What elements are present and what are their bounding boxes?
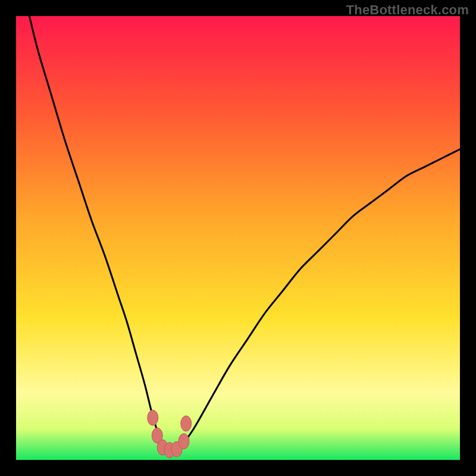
marker-dot: [148, 410, 158, 425]
gradient-background: [16, 16, 460, 460]
marker-dot: [181, 416, 192, 431]
marker-dot: [178, 434, 189, 449]
bottleneck-chart: [16, 16, 460, 460]
chart-frame: { "watermark": "TheBottleneck.com", "col…: [0, 0, 476, 476]
